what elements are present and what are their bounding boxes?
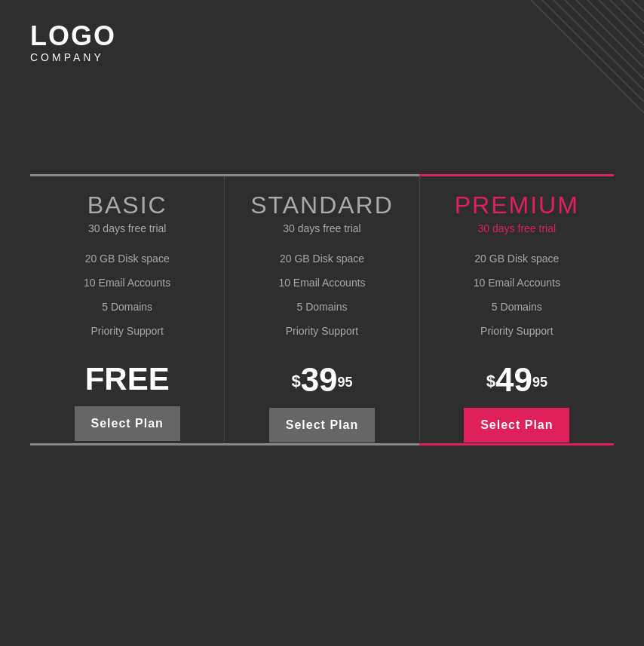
pricing-grid: BASIC 30 days free trial 20 GB Disk spac… xyxy=(30,176,614,442)
svg-line-5 xyxy=(587,0,644,57)
svg-line-7 xyxy=(610,0,644,34)
plan-standard-select-button[interactable]: Select Plan xyxy=(269,408,375,442)
plan-premium-name: PREMIUM xyxy=(455,191,579,219)
plan-standard-main: 39 xyxy=(301,361,338,398)
plan-premium-feature-3: Priority Support xyxy=(480,325,553,337)
plan-basic-price: FREE xyxy=(85,361,170,397)
plan-standard-feature-3: Priority Support xyxy=(286,325,358,337)
svg-line-9 xyxy=(633,0,644,11)
plan-standard-feature-0: 20 GB Disk space xyxy=(280,253,364,265)
decorative-lines xyxy=(493,0,644,166)
pricing-section: BASIC 30 days free trial 20 GB Disk spac… xyxy=(30,173,614,480)
plan-basic-feature-1: 10 Email Accounts xyxy=(84,277,170,289)
plan-premium: PREMIUM 30 days free trial 20 GB Disk sp… xyxy=(420,176,614,442)
bottom-border-basic xyxy=(30,443,225,445)
svg-line-4 xyxy=(576,0,644,68)
logo-name: LOGO xyxy=(30,23,116,50)
plan-standard-name: STANDARD xyxy=(250,191,394,219)
plan-standard-price-wrapper: $3995 xyxy=(291,361,352,399)
plan-standard-cents: 95 xyxy=(338,375,353,390)
plan-premium-select-button[interactable]: Select Plan xyxy=(464,408,569,442)
plan-premium-main: 49 xyxy=(495,361,532,398)
plan-premium-cents: 95 xyxy=(532,375,547,390)
plan-premium-feature-1: 10 Email Accounts xyxy=(474,277,560,289)
svg-line-3 xyxy=(565,0,644,79)
plan-premium-price-wrapper: $4995 xyxy=(486,361,547,399)
logo-company: COMPANY xyxy=(30,51,116,63)
svg-line-6 xyxy=(599,0,644,45)
plan-basic-trial: 30 days free trial xyxy=(88,222,167,234)
plan-standard-dollar: $ xyxy=(291,372,300,390)
plan-basic-select-button[interactable]: Select Plan xyxy=(75,406,180,441)
svg-line-8 xyxy=(621,0,644,23)
svg-line-2 xyxy=(554,0,644,90)
svg-line-0 xyxy=(531,0,644,113)
plan-premium-dollar: $ xyxy=(486,372,495,390)
svg-line-1 xyxy=(542,0,644,102)
plan-standard-feature-2: 5 Domains xyxy=(297,301,348,313)
bottom-border-premium xyxy=(419,443,614,445)
plan-standard: STANDARD 30 days free trial 20 GB Disk s… xyxy=(225,176,419,442)
plan-premium-feature-0: 20 GB Disk space xyxy=(474,253,559,265)
bottom-border-standard xyxy=(225,443,419,445)
plan-basic-feature-2: 5 Domains xyxy=(102,301,152,313)
bottom-border-lines xyxy=(30,442,614,445)
plan-standard-feature-1: 10 Email Accounts xyxy=(278,277,365,289)
logo: LOGO COMPANY xyxy=(30,23,116,63)
plan-standard-trial: 30 days free trial xyxy=(283,222,361,234)
plan-premium-feature-2: 5 Domains xyxy=(492,301,542,313)
plan-basic-name: BASIC xyxy=(87,191,167,219)
plan-basic-feature-0: 20 GB Disk space xyxy=(85,253,170,265)
plan-basic-feature-3: Priority Support xyxy=(90,325,163,337)
plan-basic: BASIC 30 days free trial 20 GB Disk spac… xyxy=(30,176,225,442)
plan-premium-trial: 30 days free trial xyxy=(478,222,557,234)
